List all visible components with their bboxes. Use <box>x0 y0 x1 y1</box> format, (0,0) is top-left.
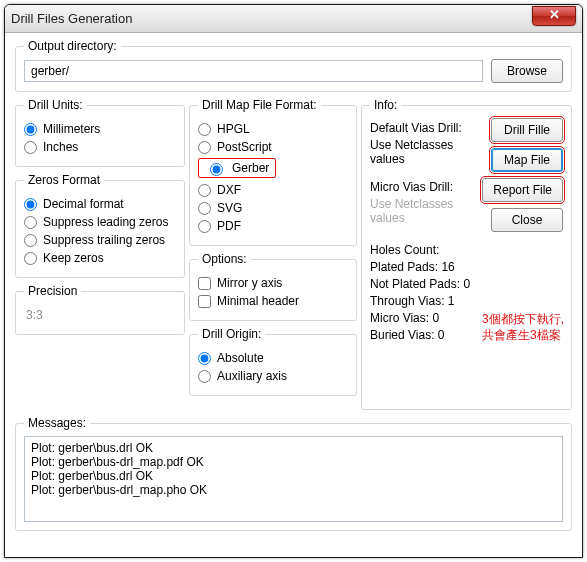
radio-hpgl[interactable]: HPGL <box>198 122 348 136</box>
info-legend: Info: <box>370 98 401 112</box>
report-file-button[interactable]: Report File <box>482 178 563 202</box>
messages-legend: Messages: <box>24 416 90 430</box>
holes-count-title: Holes Count: <box>370 243 476 257</box>
default-vias-label: Default Vias Drill: <box>370 121 476 135</box>
radio-keep-zeros[interactable]: Keep zeros <box>24 251 176 265</box>
messages-group: Messages: Plot: gerber\bus.drl OK Plot: … <box>15 416 572 531</box>
window-title: Drill Files Generation <box>11 11 532 26</box>
radio-pdf[interactable]: PDF <box>198 219 348 233</box>
map-format-group: Drill Map File Format: HPGL PostScript G… <box>189 98 357 246</box>
message-line: Plot: gerber\bus.drl OK <box>31 469 556 483</box>
radio-suppress-leading[interactable]: Suppress leading zeros <box>24 215 176 229</box>
precision-value: 3:3 <box>26 308 174 322</box>
zeros-format-legend: Zeros Format <box>24 173 104 187</box>
radio-decimal[interactable]: Decimal format <box>24 197 176 211</box>
options-legend: Options: <box>198 252 251 266</box>
holes-micro: Micro Vias: 0 <box>370 311 476 325</box>
radio-absolute[interactable]: Absolute <box>198 351 348 365</box>
drill-units-group: Drill Units: Millimeters Inches <box>15 98 185 167</box>
radio-label: Gerber <box>232 161 269 175</box>
dialog-window: Drill Files Generation ✕ Output director… <box>4 4 583 558</box>
message-line: Plot: gerber\bus-drl_map.pho OK <box>31 483 556 497</box>
use-netclasses-2: Use Netclasses values <box>370 197 476 225</box>
close-icon[interactable]: ✕ <box>532 6 576 26</box>
titlebar[interactable]: Drill Files Generation ✕ <box>5 5 582 33</box>
output-directory-label: Output directory: <box>24 39 121 53</box>
checkbox-minimal-header[interactable]: Minimal header <box>198 294 348 308</box>
drill-units-legend: Drill Units: <box>24 98 87 112</box>
radio-label: Millimeters <box>43 122 100 136</box>
message-line: Plot: gerber\bus-drl_map.pdf OK <box>31 455 556 469</box>
map-format-legend: Drill Map File Format: <box>198 98 321 112</box>
browse-button[interactable]: Browse <box>491 59 563 83</box>
radio-gerber[interactable] <box>210 163 223 176</box>
zeros-format-group: Zeros Format Decimal format Suppress lea… <box>15 173 185 278</box>
holes-buried: Buried Vias: 0 <box>370 328 476 342</box>
holes-notplated: Not Plated Pads: 0 <box>370 277 476 291</box>
radio-millimeters[interactable]: Millimeters <box>24 122 176 136</box>
close-button[interactable]: Close <box>491 208 563 232</box>
info-group: Info: Default Vias Drill: Use Netclasses… <box>361 98 572 410</box>
drill-origin-legend: Drill Origin: <box>198 327 265 341</box>
holes-plated: Plated Pads: 16 <box>370 260 476 274</box>
micro-vias-label: Micro Vias Drill: <box>370 180 476 194</box>
drill-origin-group: Drill Origin: Absolute Auxiliary axis <box>189 327 357 396</box>
holes-through: Through Vias: 1 <box>370 294 476 308</box>
radio-suppress-trailing[interactable]: Suppress trailing zeros <box>24 233 176 247</box>
output-directory-input[interactable] <box>24 60 483 82</box>
message-line: Plot: gerber\bus.drl OK <box>31 441 556 455</box>
options-group: Options: Mirror y axis Minimal header <box>189 252 357 321</box>
radio-postscript[interactable]: PostScript <box>198 140 348 154</box>
radio-gerber-highlight: Gerber <box>198 158 276 178</box>
radio-dxf[interactable]: DXF <box>198 183 348 197</box>
radio-inches[interactable]: Inches <box>24 140 176 154</box>
radio-label: Inches <box>43 140 78 154</box>
radio-inches-input[interactable] <box>24 141 37 154</box>
precision-legend: Precision <box>24 284 81 298</box>
map-file-button[interactable]: Map File <box>491 148 563 172</box>
annotation-overlay: 3個都按下執行, 共會產生3檔案 <box>482 311 564 343</box>
output-directory-group: Output directory: Browse <box>15 39 572 92</box>
radio-svg[interactable]: SVG <box>198 201 348 215</box>
drill-file-button[interactable]: Drill Fille <box>491 118 563 142</box>
radio-auxiliary[interactable]: Auxiliary axis <box>198 369 348 383</box>
messages-box[interactable]: Plot: gerber\bus.drl OK Plot: gerber\bus… <box>24 436 563 522</box>
checkbox-mirror-y[interactable]: Mirror y axis <box>198 276 348 290</box>
radio-millimeters-input[interactable] <box>24 123 37 136</box>
holes-list: Plated Pads: 16 Not Plated Pads: 0 Throu… <box>370 260 476 342</box>
precision-group: Precision 3:3 <box>15 284 185 335</box>
use-netclasses-1: Use Netclasses values <box>370 138 476 166</box>
